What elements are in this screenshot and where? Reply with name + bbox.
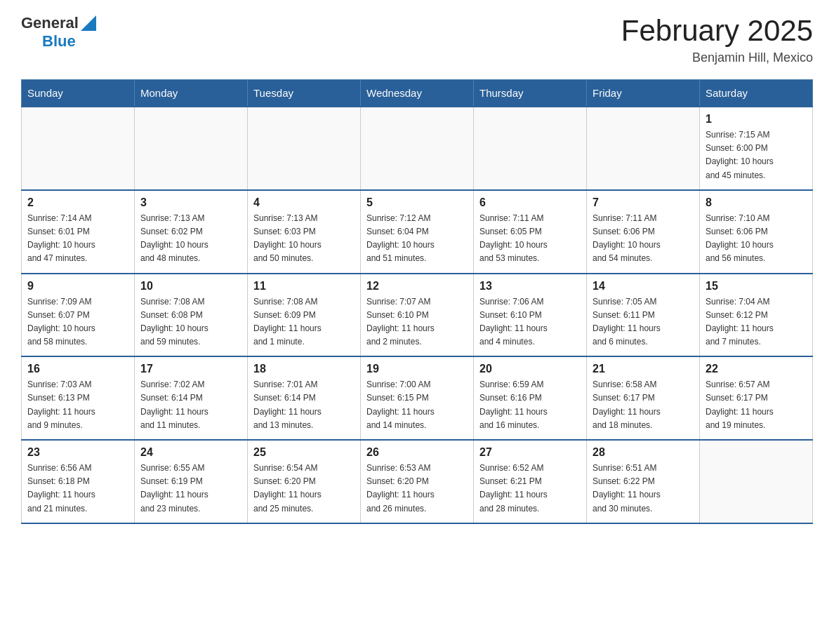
- day-info: Sunrise: 7:14 AMSunset: 6:01 PMDaylight:…: [27, 212, 128, 266]
- calendar-table: SundayMondayTuesdayWednesdayThursdayFrid…: [21, 79, 813, 524]
- day-info: Sunrise: 7:02 AMSunset: 6:14 PMDaylight:…: [140, 378, 241, 432]
- day-info: Sunrise: 7:13 AMSunset: 6:02 PMDaylight:…: [140, 212, 241, 266]
- day-info: Sunrise: 7:01 AMSunset: 6:14 PMDaylight:…: [253, 378, 355, 432]
- logo-general-text: General: [21, 14, 79, 32]
- day-of-week-header: Tuesday: [248, 80, 361, 107]
- calendar-cell: [22, 107, 135, 190]
- calendar-cell: 2Sunrise: 7:14 AMSunset: 6:01 PMDaylight…: [22, 190, 135, 274]
- day-number: 27: [479, 446, 581, 459]
- day-number: 6: [479, 196, 581, 209]
- calendar-cell: [474, 107, 587, 190]
- day-info: Sunrise: 7:12 AMSunset: 6:04 PMDaylight:…: [366, 212, 468, 266]
- calendar-cell: [587, 107, 700, 190]
- day-info: Sunrise: 7:06 AMSunset: 6:10 PMDaylight:…: [479, 295, 581, 349]
- day-number: 11: [253, 280, 355, 293]
- calendar-cell: 5Sunrise: 7:12 AMSunset: 6:04 PMDaylight…: [361, 190, 474, 274]
- calendar-cell: 1Sunrise: 7:15 AMSunset: 6:00 PMDaylight…: [700, 107, 813, 190]
- day-number: 23: [27, 446, 128, 459]
- day-number: 26: [366, 446, 468, 459]
- day-number: 15: [706, 280, 807, 293]
- day-info: Sunrise: 7:05 AMSunset: 6:11 PMDaylight:…: [593, 295, 694, 349]
- day-of-week-header: Wednesday: [361, 80, 474, 107]
- day-number: 8: [706, 196, 807, 209]
- calendar-cell: [248, 107, 361, 190]
- calendar-cell: 7Sunrise: 7:11 AMSunset: 6:06 PMDaylight…: [587, 190, 700, 274]
- day-info: Sunrise: 7:13 AMSunset: 6:03 PMDaylight:…: [253, 212, 355, 266]
- calendar-cell: 9Sunrise: 7:09 AMSunset: 6:07 PMDaylight…: [22, 274, 135, 357]
- calendar-cell: 18Sunrise: 7:01 AMSunset: 6:14 PMDayligh…: [248, 356, 361, 440]
- calendar-week-row: 23Sunrise: 6:56 AMSunset: 6:18 PMDayligh…: [22, 440, 813, 523]
- day-info: Sunrise: 7:07 AMSunset: 6:10 PMDaylight:…: [366, 295, 468, 349]
- day-number: 14: [593, 280, 694, 293]
- day-number: 28: [593, 446, 694, 459]
- day-info: Sunrise: 6:53 AMSunset: 6:20 PMDaylight:…: [366, 462, 468, 516]
- location-title: Benjamin Hill, Mexico: [621, 51, 813, 65]
- calendar-cell: 24Sunrise: 6:55 AMSunset: 6:19 PMDayligh…: [135, 440, 248, 523]
- day-info: Sunrise: 7:00 AMSunset: 6:15 PMDaylight:…: [366, 378, 468, 432]
- calendar-header-row: SundayMondayTuesdayWednesdayThursdayFrid…: [22, 80, 813, 107]
- calendar-cell: 3Sunrise: 7:13 AMSunset: 6:02 PMDaylight…: [135, 190, 248, 274]
- day-of-week-header: Sunday: [22, 80, 135, 107]
- calendar-week-row: 2Sunrise: 7:14 AMSunset: 6:01 PMDaylight…: [22, 190, 813, 274]
- svg-marker-0: [81, 15, 96, 31]
- logo-blue-text: Blue: [42, 32, 76, 51]
- calendar-cell: 23Sunrise: 6:56 AMSunset: 6:18 PMDayligh…: [22, 440, 135, 523]
- day-info: Sunrise: 6:56 AMSunset: 6:18 PMDaylight:…: [27, 462, 128, 516]
- day-of-week-header: Monday: [135, 80, 248, 107]
- calendar-cell: 10Sunrise: 7:08 AMSunset: 6:08 PMDayligh…: [135, 274, 248, 357]
- calendar-week-row: 9Sunrise: 7:09 AMSunset: 6:07 PMDaylight…: [22, 274, 813, 357]
- day-number: 1: [706, 113, 807, 126]
- day-number: 12: [366, 280, 468, 293]
- calendar-cell: 15Sunrise: 7:04 AMSunset: 6:12 PMDayligh…: [700, 274, 813, 357]
- month-title: February 2025: [621, 14, 813, 48]
- day-info: Sunrise: 6:51 AMSunset: 6:22 PMDaylight:…: [593, 462, 694, 516]
- day-of-week-header: Thursday: [474, 80, 587, 107]
- day-number: 13: [479, 280, 581, 293]
- day-of-week-header: Saturday: [700, 80, 813, 107]
- calendar-cell: 26Sunrise: 6:53 AMSunset: 6:20 PMDayligh…: [361, 440, 474, 523]
- day-number: 20: [479, 363, 581, 375]
- calendar-cell: [361, 107, 474, 190]
- calendar-cell: 17Sunrise: 7:02 AMSunset: 6:14 PMDayligh…: [135, 356, 248, 440]
- calendar-cell: 12Sunrise: 7:07 AMSunset: 6:10 PMDayligh…: [361, 274, 474, 357]
- calendar-cell: 4Sunrise: 7:13 AMSunset: 6:03 PMDaylight…: [248, 190, 361, 274]
- calendar-cell: 25Sunrise: 6:54 AMSunset: 6:20 PMDayligh…: [248, 440, 361, 523]
- day-number: 16: [27, 363, 128, 375]
- day-number: 7: [593, 196, 694, 209]
- calendar-cell: 6Sunrise: 7:11 AMSunset: 6:05 PMDaylight…: [474, 190, 587, 274]
- day-number: 10: [140, 280, 241, 293]
- calendar-week-row: 16Sunrise: 7:03 AMSunset: 6:13 PMDayligh…: [22, 356, 813, 440]
- calendar-cell: 14Sunrise: 7:05 AMSunset: 6:11 PMDayligh…: [587, 274, 700, 357]
- calendar-cell: 27Sunrise: 6:52 AMSunset: 6:21 PMDayligh…: [474, 440, 587, 523]
- logo: General Blue: [21, 14, 96, 51]
- day-number: 5: [366, 196, 468, 209]
- day-info: Sunrise: 6:52 AMSunset: 6:21 PMDaylight:…: [479, 462, 581, 516]
- calendar-cell: 8Sunrise: 7:10 AMSunset: 6:06 PMDaylight…: [700, 190, 813, 274]
- day-number: 3: [140, 196, 241, 209]
- calendar-cell: [700, 440, 813, 523]
- page-header: General Blue February 2025 Benjamin Hill…: [21, 14, 813, 65]
- day-number: 25: [253, 446, 355, 459]
- day-info: Sunrise: 7:11 AMSunset: 6:06 PMDaylight:…: [593, 212, 694, 266]
- day-number: 21: [593, 363, 694, 375]
- calendar-cell: [135, 107, 248, 190]
- day-info: Sunrise: 7:10 AMSunset: 6:06 PMDaylight:…: [706, 212, 807, 266]
- day-info: Sunrise: 7:09 AMSunset: 6:07 PMDaylight:…: [27, 295, 128, 349]
- calendar-cell: 20Sunrise: 6:59 AMSunset: 6:16 PMDayligh…: [474, 356, 587, 440]
- calendar-cell: 19Sunrise: 7:00 AMSunset: 6:15 PMDayligh…: [361, 356, 474, 440]
- day-number: 19: [366, 363, 468, 375]
- day-info: Sunrise: 6:57 AMSunset: 6:17 PMDaylight:…: [706, 378, 807, 432]
- day-of-week-header: Friday: [587, 80, 700, 107]
- day-info: Sunrise: 7:11 AMSunset: 6:05 PMDaylight:…: [479, 212, 581, 266]
- title-section: February 2025 Benjamin Hill, Mexico: [621, 14, 813, 65]
- calendar-cell: 22Sunrise: 6:57 AMSunset: 6:17 PMDayligh…: [700, 356, 813, 440]
- logo-triangle-icon: [81, 15, 96, 31]
- day-info: Sunrise: 6:58 AMSunset: 6:17 PMDaylight:…: [593, 378, 694, 432]
- day-info: Sunrise: 7:08 AMSunset: 6:08 PMDaylight:…: [140, 295, 241, 349]
- day-number: 22: [706, 363, 807, 375]
- day-info: Sunrise: 7:15 AMSunset: 6:00 PMDaylight:…: [706, 128, 807, 182]
- day-number: 9: [27, 280, 128, 293]
- day-number: 17: [140, 363, 241, 375]
- day-info: Sunrise: 6:54 AMSunset: 6:20 PMDaylight:…: [253, 462, 355, 516]
- day-info: Sunrise: 7:04 AMSunset: 6:12 PMDaylight:…: [706, 295, 807, 349]
